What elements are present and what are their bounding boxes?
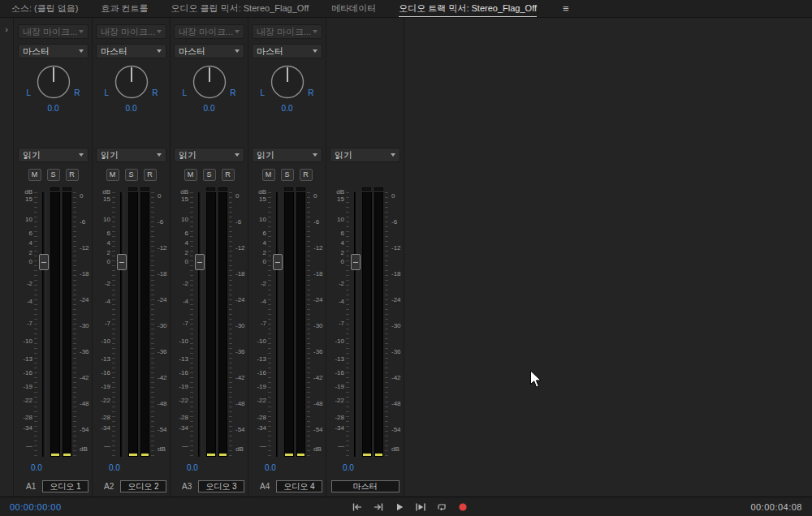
meter-scale-label: -19 <box>23 384 32 390</box>
track-name-field[interactable]: 오디오 3 <box>198 480 244 492</box>
fader-db-value[interactable]: 0.0 <box>96 463 166 473</box>
automation-mode-select[interactable]: 읽기 <box>252 148 322 162</box>
solo-button[interactable]: S <box>125 169 138 181</box>
go-to-out-point-button[interactable] <box>373 501 384 513</box>
tab-metadata[interactable]: 메타데이터 <box>331 0 376 17</box>
output-select[interactable]: 마스터 <box>252 44 322 58</box>
meter-scale-label: -7 <box>105 320 110 327</box>
track-name-field[interactable]: 오디오 2 <box>120 480 166 492</box>
play-button[interactable] <box>394 501 405 513</box>
go-to-in-point-button[interactable] <box>352 501 363 513</box>
meter-scale-label: -13 <box>101 356 110 363</box>
meter-scale-label: -7 <box>183 320 188 327</box>
tab-audio-track-mixer[interactable]: 오디오 트랙 믹서: Stereo_Flag_Off <box>399 0 537 17</box>
meter-scale-label: -6 <box>235 219 241 226</box>
input-select[interactable]: 내장 마이크... <box>96 24 166 39</box>
meter-scale-right: 0-6-12-18-24-30-36-42-48-54dB <box>389 192 405 457</box>
fader-handle[interactable] <box>351 254 361 270</box>
fader-track <box>120 192 123 457</box>
meter-scale-label: 15 <box>25 196 32 203</box>
fader-handle[interactable] <box>195 254 205 270</box>
expand-chevron-icon[interactable]: › <box>0 24 13 34</box>
record-arm-button[interactable]: R <box>222 169 235 181</box>
output-select[interactable]: 마스터 <box>96 44 166 58</box>
fader-db-value[interactable]: 0.0 <box>330 463 400 473</box>
meter-scale-label: 0 <box>158 193 161 200</box>
input-select[interactable]: 내장 마이크... <box>18 24 89 39</box>
msr-row: M S R <box>18 169 89 181</box>
msr-row: M S R <box>96 169 166 181</box>
automation-mode-select[interactable]: 읽기 <box>18 148 89 162</box>
meter-scale-label: -22 <box>101 398 110 404</box>
track-name-field[interactable]: 마스터 <box>331 480 400 492</box>
track-name-field[interactable]: 오디오 4 <box>276 480 322 492</box>
volume-fader[interactable] <box>194 192 205 457</box>
track-label-row: A3 오디오 3 <box>174 479 244 492</box>
meter-scale-label: -4 <box>339 299 344 305</box>
fader-db-value[interactable]: 0.0 <box>252 463 322 473</box>
mute-button[interactable]: M <box>28 169 41 181</box>
pan-value[interactable]: 0.0 <box>96 104 166 113</box>
volume-fader[interactable] <box>350 192 361 457</box>
meter-scale-label: dB <box>24 189 32 196</box>
meter-scale-label: -10 <box>257 338 266 345</box>
output-select[interactable]: 마스터 <box>18 44 89 58</box>
solo-button[interactable]: S <box>281 169 294 181</box>
tab-audio-clip-mixer[interactable]: 오디오 클립 믹서: Stereo_Flag_Off <box>171 0 309 17</box>
meter-scale-label: -6 <box>158 219 163 226</box>
panel-menu-icon[interactable]: ≡ <box>563 2 569 15</box>
meter-peak-glow <box>63 454 71 456</box>
clip-indicator-right <box>296 187 305 191</box>
solo-button[interactable]: S <box>203 169 216 181</box>
meter-scale-label: 10 <box>25 217 32 223</box>
meter-bar-left <box>128 192 138 457</box>
meter-scale-label: -10 <box>179 338 188 345</box>
pan-value[interactable]: 0.0 <box>252 104 322 113</box>
tab-effect-controls[interactable]: 효과 컨트롤 <box>102 0 149 17</box>
record-button[interactable] <box>457 501 469 513</box>
meter-scale-label: -34 <box>23 425 32 432</box>
meter-scale-label: -18 <box>80 271 89 277</box>
mute-button[interactable]: M <box>184 169 197 181</box>
loop-playback-button[interactable] <box>436 501 447 513</box>
current-timecode[interactable]: 00:00:00:00 <box>10 502 62 512</box>
pan-value[interactable]: 0.0 <box>174 104 244 113</box>
volume-fader[interactable] <box>272 192 283 457</box>
meter-scale-label: -30 <box>235 323 245 329</box>
meter-scale-label: -10 <box>335 338 344 345</box>
chevron-down-icon <box>313 30 317 33</box>
fader-db-value[interactable]: 0.0 <box>18 463 89 473</box>
automation-mode-select[interactable]: 읽기 <box>96 148 166 162</box>
meter-bar-right <box>374 192 384 457</box>
input-select-label: 내장 마이크... <box>257 26 311 38</box>
mute-button[interactable]: M <box>262 169 275 181</box>
pan-value[interactable]: 0.0 <box>18 104 89 113</box>
volume-fader[interactable] <box>38 192 50 457</box>
tab-source[interactable]: 소스: (클립 없음) <box>11 0 79 17</box>
fader-db-value[interactable]: 0.0 <box>174 463 244 473</box>
automation-mode-select[interactable]: 읽기 <box>174 148 244 162</box>
fader-handle[interactable] <box>117 254 127 270</box>
automation-mode-select[interactable]: 읽기 <box>330 148 400 162</box>
fader-handle[interactable] <box>273 254 283 270</box>
play-in-to-out-button[interactable] <box>415 501 426 513</box>
record-arm-button[interactable]: R <box>300 169 313 181</box>
input-select-label: 내장 마이크... <box>101 26 155 38</box>
input-select[interactable]: 내장 마이크... <box>174 24 244 39</box>
record-arm-button[interactable]: R <box>144 169 157 181</box>
solo-button[interactable]: S <box>47 169 60 181</box>
meter-scale-right: 0-6-12-18-24-30-36-42-48-54dB <box>233 192 249 457</box>
meter-bar-right <box>140 192 150 457</box>
meter-scale-label: -19 <box>179 384 188 390</box>
pan-left-label: L <box>183 88 188 97</box>
input-select[interactable]: 내장 마이크... <box>252 24 322 39</box>
track-name-field[interactable]: 오디오 1 <box>42 480 89 492</box>
record-arm-button[interactable]: R <box>66 169 79 181</box>
fader-handle[interactable] <box>39 254 49 270</box>
output-select[interactable]: 마스터 <box>174 44 244 58</box>
meter-scale-label: dB <box>102 189 110 196</box>
mute-button[interactable]: M <box>106 169 119 181</box>
transport-controls <box>352 497 469 516</box>
meter-scale-label: -12 <box>80 245 89 252</box>
volume-fader[interactable] <box>116 192 127 457</box>
